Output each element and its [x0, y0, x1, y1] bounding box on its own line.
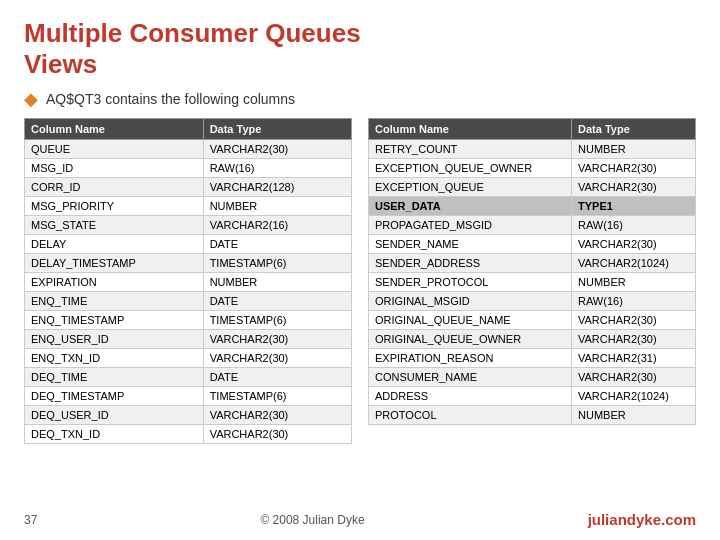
- table-row: SENDER_NAMEVARCHAR2(30): [369, 235, 696, 254]
- table-row: CORR_IDVARCHAR2(128): [25, 178, 352, 197]
- table-row: ORIGINAL_QUEUE_OWNERVARCHAR2(30): [369, 330, 696, 349]
- table-row: DEQ_TXN_IDVARCHAR2(30): [25, 425, 352, 444]
- table-row: ORIGINAL_QUEUE_NAMEVARCHAR2(30): [369, 311, 696, 330]
- table-row: MSG_STATEVARCHAR2(16): [25, 216, 352, 235]
- table-row: ENQ_TXN_IDVARCHAR2(30): [25, 349, 352, 368]
- left-table: Column Name Data Type QUEUEVARCHAR2(30)M…: [24, 118, 352, 444]
- page-number: 37: [24, 513, 37, 527]
- table-row: ADDRESSVARCHAR2(1024): [369, 387, 696, 406]
- left-col2-header: Data Type: [203, 119, 351, 140]
- table-row: DELAYDATE: [25, 235, 352, 254]
- bullet-icon: ◆: [24, 90, 38, 108]
- subtitle: ◆ AQ$QT3 contains the following columns: [24, 90, 696, 108]
- table-row: RETRY_COUNTNUMBER: [369, 140, 696, 159]
- page: Multiple Consumer QueuesViews ◆ AQ$QT3 c…: [0, 0, 720, 540]
- table-row: MSG_PRIORITYNUMBER: [25, 197, 352, 216]
- table-row: EXPIRATION_REASONVARCHAR2(31): [369, 349, 696, 368]
- table-row: CONSUMER_NAMEVARCHAR2(30): [369, 368, 696, 387]
- table-row: MSG_IDRAW(16): [25, 159, 352, 178]
- table-row: PROTOCOLNUMBER: [369, 406, 696, 425]
- table-row: PROPAGATED_MSGIDRAW(16): [369, 216, 696, 235]
- table-row: EXCEPTION_QUEUE_OWNERVARCHAR2(30): [369, 159, 696, 178]
- right-col2-header: Data Type: [572, 119, 696, 140]
- table-row: DEQ_TIMEDATE: [25, 368, 352, 387]
- table-row: ENQ_TIMESTAMPTIMESTAMP(6): [25, 311, 352, 330]
- footer: 37 © 2008 Julian Dyke juliandyke.com: [24, 511, 696, 528]
- website: juliandyke.com: [588, 511, 696, 528]
- table-row: QUEUEVARCHAR2(30): [25, 140, 352, 159]
- subtitle-text: AQ$QT3 contains the following columns: [46, 91, 295, 107]
- left-col1-header: Column Name: [25, 119, 204, 140]
- table-row: EXCEPTION_QUEUEVARCHAR2(30): [369, 178, 696, 197]
- table-row: SENDER_PROTOCOLNUMBER: [369, 273, 696, 292]
- table-row: USER_DATATYPE1: [369, 197, 696, 216]
- table-row: ORIGINAL_MSGIDRAW(16): [369, 292, 696, 311]
- table-row: SENDER_ADDRESSVARCHAR2(1024): [369, 254, 696, 273]
- table-row: DEQ_TIMESTAMPTIMESTAMP(6): [25, 387, 352, 406]
- table-row: DELAY_TIMESTAMPTIMESTAMP(6): [25, 254, 352, 273]
- table-row: ENQ_TIMEDATE: [25, 292, 352, 311]
- table-row: ENQ_USER_IDVARCHAR2(30): [25, 330, 352, 349]
- right-table-container: Column Name Data Type RETRY_COUNTNUMBERE…: [368, 118, 696, 503]
- tables-row: Column Name Data Type QUEUEVARCHAR2(30)M…: [24, 118, 696, 503]
- right-col1-header: Column Name: [369, 119, 572, 140]
- page-title: Multiple Consumer QueuesViews: [24, 18, 696, 80]
- copyright: © 2008 Julian Dyke: [260, 513, 364, 527]
- right-table: Column Name Data Type RETRY_COUNTNUMBERE…: [368, 118, 696, 425]
- table-row: EXPIRATIONNUMBER: [25, 273, 352, 292]
- left-table-container: Column Name Data Type QUEUEVARCHAR2(30)M…: [24, 118, 352, 503]
- table-row: DEQ_USER_IDVARCHAR2(30): [25, 406, 352, 425]
